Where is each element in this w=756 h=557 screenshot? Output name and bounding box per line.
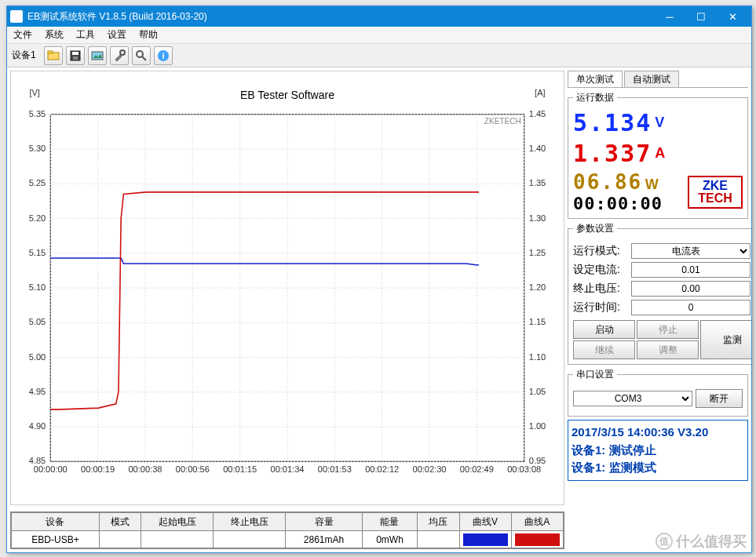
disconnect-button[interactable]: 断开 xyxy=(696,389,743,408)
app-icon xyxy=(10,10,23,23)
left-panel: EB Tester SoftwareZKETECH[V][A]4.850.954… xyxy=(10,71,564,549)
power-readout: 06.86 xyxy=(573,170,642,194)
svg-text:5.00: 5.00 xyxy=(29,352,46,362)
stop-button[interactable]: 停止 xyxy=(637,320,699,339)
table-row[interactable]: EBD-USB+ 2861mAh 0mWh xyxy=(12,531,564,548)
col-device: 设备 xyxy=(12,513,100,531)
menu-system[interactable]: 系统 xyxy=(38,27,70,43)
svg-rect-4 xyxy=(73,56,78,60)
svg-text:[V]: [V] xyxy=(29,88,40,97)
open-icon[interactable] xyxy=(44,46,63,65)
svg-text:5.20: 5.20 xyxy=(29,213,46,223)
svg-text:00:00:19: 00:00:19 xyxy=(81,464,115,474)
svg-text:00:02:12: 00:02:12 xyxy=(365,464,399,474)
chart-area[interactable]: EB Tester SoftwareZKETECH[V][A]4.850.954… xyxy=(10,71,564,505)
toolbar: 设备1 i xyxy=(7,44,751,67)
runtime-input[interactable] xyxy=(631,300,751,315)
info-icon[interactable]: i xyxy=(154,46,173,65)
content-area: EB Tester SoftwareZKETECH[V][A]4.850.954… xyxy=(7,67,751,552)
save-icon[interactable] xyxy=(66,46,85,65)
com-group: 串口设置 COM3 断开 xyxy=(568,368,748,417)
search-icon[interactable] xyxy=(132,46,151,65)
param-group: 参数设置 运行模式: 电流表 设定电流: A 终止电压: V 运行时 xyxy=(568,222,751,365)
svg-text:1.20: 1.20 xyxy=(529,282,546,292)
svg-text:1.15: 1.15 xyxy=(529,317,546,326)
col-avgv: 均压 xyxy=(418,513,459,531)
svg-text:00:03:08: 00:03:08 xyxy=(507,464,541,474)
start-button[interactable]: 启动 xyxy=(573,320,635,339)
col-startv: 起始电压 xyxy=(141,513,214,531)
device-label: 设备1 xyxy=(10,49,41,62)
svg-text:5.25: 5.25 xyxy=(29,178,46,187)
chart-svg: EB Tester SoftwareZKETECH[V][A]4.850.954… xyxy=(11,71,564,504)
col-capacity: 容量 xyxy=(286,513,362,531)
svg-text:1.10: 1.10 xyxy=(529,352,546,362)
svg-point-7 xyxy=(120,50,125,55)
tab-single[interactable]: 单次测试 xyxy=(568,71,623,87)
adjust-button[interactable]: 调整 xyxy=(637,340,699,359)
svg-text:00:02:49: 00:02:49 xyxy=(460,464,494,474)
time-readout: 00:00:00 xyxy=(573,194,663,213)
svg-text:00:00:00: 00:00:00 xyxy=(34,464,68,474)
menu-settings[interactable]: 设置 xyxy=(101,27,133,43)
tools-icon[interactable] xyxy=(110,46,129,65)
run-data-group: 运行数据 5.134 V 1.337 A 06.86 W 00:00:00 xyxy=(568,91,748,219)
current-readout: 1.337 xyxy=(573,140,652,167)
menu-tools[interactable]: 工具 xyxy=(70,27,101,43)
svg-point-8 xyxy=(137,51,143,57)
svg-text:5.15: 5.15 xyxy=(29,248,46,257)
svg-text:1.00: 1.00 xyxy=(529,421,546,431)
col-energy: 能量 xyxy=(362,513,418,531)
monitor-button[interactable]: 监测 xyxy=(700,320,751,359)
svg-text:5.05: 5.05 xyxy=(29,317,46,326)
col-mode: 模式 xyxy=(99,513,141,531)
window-title: EB测试系统软件 V1.8.5 (Build 2016-03-20) xyxy=(27,10,654,24)
svg-text:i: i xyxy=(162,51,164,60)
svg-rect-5 xyxy=(92,52,103,60)
voltage-readout: 5.134 xyxy=(573,109,652,137)
svg-text:00:00:56: 00:00:56 xyxy=(176,464,210,474)
svg-text:1.40: 1.40 xyxy=(529,144,546,153)
tab-auto[interactable]: 自动测试 xyxy=(624,71,679,87)
svg-text:4.90: 4.90 xyxy=(29,421,46,431)
svg-text:1.35: 1.35 xyxy=(529,178,546,187)
svg-text:4.95: 4.95 xyxy=(29,387,46,396)
image-icon[interactable] xyxy=(88,46,107,65)
menubar: 文件 系统 工具 设置 帮助 xyxy=(7,27,751,44)
col-endv: 终止电压 xyxy=(214,513,286,531)
svg-text:1.45: 1.45 xyxy=(529,109,546,118)
close-button[interactable]: ✕ xyxy=(717,6,748,27)
svg-text:1.05: 1.05 xyxy=(529,387,546,396)
stop-voltage-input[interactable] xyxy=(631,281,751,297)
right-panel: 单次测试 自动测试 运行数据 5.134 V 1.337 A 06.86 W xyxy=(568,71,748,549)
swatch-v xyxy=(459,531,511,548)
svg-rect-1 xyxy=(48,51,53,53)
tabs: 单次测试 自动测试 xyxy=(568,71,748,88)
svg-text:00:02:30: 00:02:30 xyxy=(413,464,447,474)
app-window: EB测试系统软件 V1.8.5 (Build 2016-03-20) ─ ☐ ✕… xyxy=(6,5,752,553)
svg-text:[A]: [A] xyxy=(535,88,546,97)
menu-file[interactable]: 文件 xyxy=(7,27,38,43)
menu-help[interactable]: 帮助 xyxy=(133,27,164,43)
result-table: 设备 模式 起始电压 终止电压 容量 能量 均压 曲线V 曲线A EBD-USB… xyxy=(10,511,564,549)
com-select[interactable]: COM3 xyxy=(573,391,692,406)
col-curvev: 曲线V xyxy=(459,513,511,531)
col-curvea: 曲线A xyxy=(511,513,563,531)
svg-text:EB Tester Software: EB Tester Software xyxy=(240,89,334,101)
svg-line-9 xyxy=(142,56,146,60)
svg-text:1.30: 1.30 xyxy=(529,213,546,223)
svg-text:5.10: 5.10 xyxy=(29,282,46,292)
continue-button[interactable]: 继续 xyxy=(573,340,635,359)
svg-text:5.30: 5.30 xyxy=(29,144,46,153)
minimize-button[interactable]: ─ xyxy=(654,6,685,27)
titlebar[interactable]: EB测试系统软件 V1.8.5 (Build 2016-03-20) ─ ☐ ✕ xyxy=(7,6,751,27)
mode-select[interactable]: 电流表 xyxy=(631,243,751,259)
status-box: 2017/3/15 14:00:36 V3.20 设备1: 测试停止 设备1: … xyxy=(568,420,748,481)
set-current-input[interactable] xyxy=(631,262,751,278)
svg-text:00:01:34: 00:01:34 xyxy=(270,464,304,474)
maximize-button[interactable]: ☐ xyxy=(685,6,717,27)
svg-text:00:00:38: 00:00:38 xyxy=(128,464,162,474)
svg-text:00:01:53: 00:01:53 xyxy=(318,464,352,474)
zke-logo: ZKE TECH xyxy=(688,176,743,209)
svg-text:ZKETECH: ZKETECH xyxy=(484,117,521,126)
